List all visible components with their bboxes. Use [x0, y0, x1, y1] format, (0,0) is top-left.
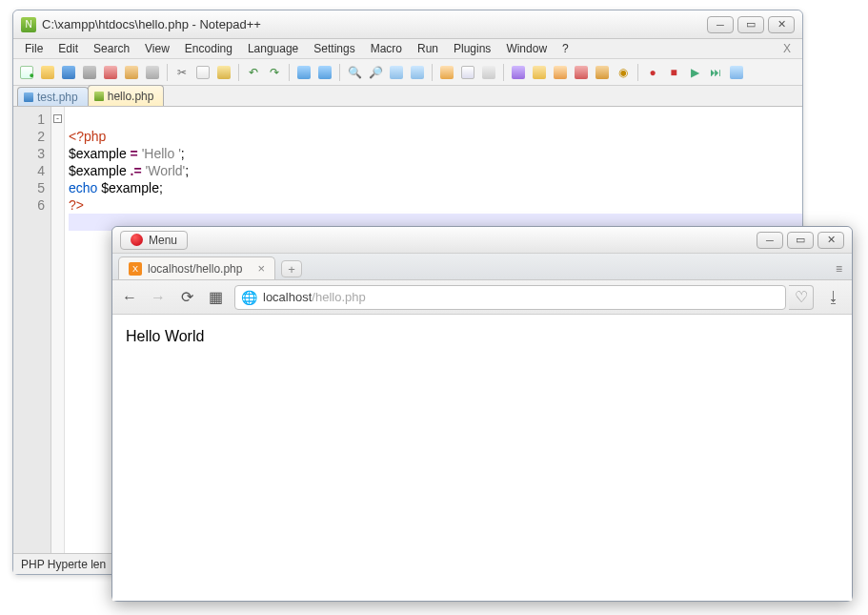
menu-edit[interactable]: Edit	[50, 40, 86, 57]
code-token: ?>	[69, 197, 84, 213]
play-multi-icon[interactable]: ⏭	[706, 63, 725, 82]
notepadpp-toolbar: ● ✂ ↶ ↷ 🔍 🔎 ◉ ● ■ ▶ ⏭	[13, 59, 802, 86]
opera-minimize-button[interactable]: ─	[757, 232, 783, 249]
sync-h-icon[interactable]	[408, 63, 427, 82]
forward-button[interactable]: →	[149, 288, 168, 307]
address-bar[interactable]: 🌐 localhost/hello.php	[234, 285, 786, 310]
record-macro-icon[interactable]: ●	[643, 63, 662, 82]
indent-guide-icon[interactable]	[479, 63, 498, 82]
save-all-icon[interactable]	[80, 63, 99, 82]
zoom-out-icon[interactable]: 🔎	[366, 63, 385, 82]
cut-icon[interactable]: ✂	[172, 63, 192, 82]
show-all-chars-icon[interactable]	[458, 63, 477, 82]
user-lang-icon[interactable]	[509, 63, 528, 82]
line-number: 1	[13, 111, 45, 128]
menubar-close-icon[interactable]: X	[776, 40, 798, 57]
monitor-icon[interactable]	[593, 63, 612, 82]
undo-icon[interactable]: ↶	[244, 63, 263, 82]
back-button[interactable]: ←	[120, 288, 139, 307]
menu-settings[interactable]: Settings	[306, 40, 362, 57]
stop-macro-icon[interactable]: ■	[664, 63, 683, 82]
opera-close-button[interactable]: ✕	[818, 232, 844, 249]
code-token: echo	[69, 180, 101, 195]
word-wrap-icon[interactable]	[437, 63, 456, 82]
code-token: $example	[69, 163, 127, 178]
downloads-button[interactable]: ⭳	[823, 287, 844, 308]
minimize-button[interactable]: ─	[707, 16, 734, 33]
eye-icon[interactable]: ◉	[614, 63, 633, 82]
line-number: 3	[13, 145, 45, 162]
zoom-in-icon[interactable]: 🔍	[345, 63, 364, 82]
code-token: <?	[69, 129, 84, 144]
status-language: PHP Hyperte len	[21, 558, 106, 571]
new-file-icon[interactable]: ●	[17, 63, 36, 82]
code-token: ;	[185, 163, 189, 178]
menu-window[interactable]: Window	[498, 40, 555, 57]
speed-dial-button[interactable]: ▦	[206, 288, 225, 307]
func-list-icon[interactable]	[551, 63, 570, 82]
new-tab-button[interactable]: +	[281, 260, 302, 277]
notepadpp-menubar: File Edit Search View Encoding Language …	[13, 39, 802, 59]
xampp-favicon-icon: X	[129, 262, 142, 276]
file-tab-label: hello.php	[108, 90, 154, 103]
code-token: ;	[159, 180, 163, 195]
find-icon[interactable]	[294, 63, 313, 82]
close-all-icon[interactable]	[122, 63, 141, 82]
maximize-button[interactable]: ▭	[737, 16, 764, 33]
line-number: 5	[13, 179, 45, 196]
redo-icon[interactable]: ↷	[265, 63, 284, 82]
menu-macro[interactable]: Macro	[363, 40, 410, 57]
opera-tabstrip: X localhost/hello.php × + ≡	[112, 254, 852, 280]
menu-plugins[interactable]: Plugins	[446, 40, 498, 57]
opera-menu-button[interactable]: Menu	[120, 231, 188, 250]
copy-icon[interactable]	[193, 63, 212, 82]
fold-toggle-icon[interactable]: -	[53, 114, 62, 123]
menu-view[interactable]: View	[137, 40, 177, 57]
line-number-gutter: 1 2 3 4 5 6	[13, 107, 51, 553]
play-macro-icon[interactable]: ▶	[685, 63, 704, 82]
site-info-icon[interactable]: 🌐	[241, 290, 257, 305]
notepadpp-titlebar[interactable]: N C:\xampp\htdocs\hello.php - Notepad++ …	[13, 10, 802, 39]
notepadpp-tabstrip: test.php hello.php	[13, 86, 802, 107]
paste-icon[interactable]	[214, 63, 233, 82]
doc-map-icon[interactable]	[530, 63, 549, 82]
code-token: 'Hello '	[142, 146, 181, 161]
browser-tab-label: localhost/hello.php	[148, 262, 242, 276]
address-host: localhost	[263, 290, 312, 304]
close-button[interactable]: ✕	[768, 16, 795, 33]
notepadpp-app-icon: N	[21, 17, 36, 32]
code-token: .=	[127, 163, 146, 178]
opera-menu-label: Menu	[149, 234, 177, 247]
reload-button[interactable]: ⟳	[177, 288, 196, 307]
code-token: $example	[69, 146, 127, 161]
save-icon[interactable]	[59, 63, 78, 82]
browser-tab[interactable]: X localhost/hello.php ×	[118, 256, 275, 279]
print-icon[interactable]	[143, 63, 162, 82]
folder-tree-icon[interactable]	[572, 63, 591, 82]
opera-logo-icon	[131, 234, 143, 246]
file-tab-test[interactable]: test.php	[17, 87, 89, 106]
open-file-icon[interactable]	[38, 63, 57, 82]
menu-file[interactable]: File	[17, 40, 50, 57]
line-number: 2	[13, 128, 45, 145]
code-token: =	[127, 146, 142, 161]
bookmark-button[interactable]: ♡	[789, 285, 814, 310]
sync-v-icon[interactable]	[387, 63, 406, 82]
menu-run[interactable]: Run	[410, 40, 446, 57]
code-token: $example	[101, 180, 159, 195]
menu-encoding[interactable]: Encoding	[177, 40, 240, 57]
file-tab-hello[interactable]: hello.php	[88, 85, 165, 106]
line-number: 4	[13, 162, 45, 179]
opera-titlebar[interactable]: Menu ─ ▭ ✕	[112, 227, 852, 254]
menu-search[interactable]: Search	[86, 40, 137, 57]
menu-language[interactable]: Language	[240, 40, 306, 57]
replace-icon[interactable]	[315, 63, 334, 82]
opera-navbar: ← → ⟳ ▦ 🌐 localhost/hello.php ♡ ⭳	[112, 280, 852, 315]
opera-maximize-button[interactable]: ▭	[787, 232, 814, 249]
easy-setup-icon[interactable]: ≡	[836, 262, 842, 276]
save-macro-icon[interactable]	[727, 63, 746, 82]
code-token: 'World'	[146, 163, 186, 178]
tab-close-icon[interactable]: ×	[257, 261, 265, 276]
close-file-icon[interactable]	[101, 63, 120, 82]
menu-help[interactable]: ?	[555, 40, 576, 57]
